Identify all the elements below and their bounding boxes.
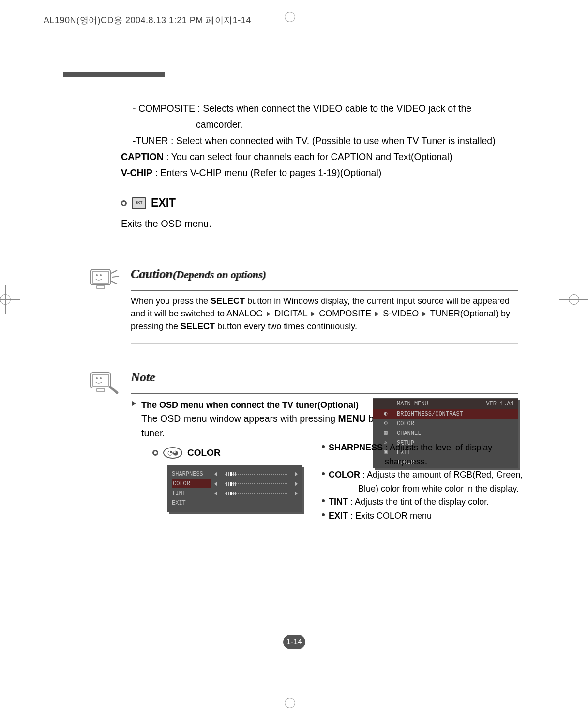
caution-subtitle: (Depends on options) — [173, 269, 266, 281]
osd-icon: ▦ — [378, 429, 393, 437]
caution-select-1: SELECT — [211, 296, 245, 306]
exit-icon: EXIT — [132, 197, 146, 209]
sub-label-exit: EXIT — [172, 499, 211, 508]
monitor-note-icon — [87, 368, 122, 403]
vchip-text: : Enters V-CHIP menu (Refer to pages 1-1… — [152, 167, 381, 178]
bullet-dot-icon — [322, 445, 325, 448]
monitor-caution-icon — [87, 265, 122, 299]
caution-divider-bottom — [131, 343, 518, 344]
svg-rect-4 — [97, 286, 105, 288]
svg-rect-0 — [91, 269, 110, 285]
vchip-label: V-CHIP — [121, 167, 152, 178]
bullet-dot-icon — [322, 499, 325, 502]
tuner-line: -TUNER : Select when connected with TV. … — [133, 134, 518, 148]
caution-title: Caution — [131, 267, 173, 281]
caution-composite: COMPOSITE — [317, 309, 374, 318]
note-divider-top — [131, 393, 518, 394]
composite-text-1: - COMPOSITE : Selects when connect the V… — [133, 103, 471, 114]
caution-text-1: When you press the — [131, 296, 211, 306]
caution-callout: Caution(Depends on options) When you pre… — [87, 265, 518, 344]
disc-bullet-icon — [121, 200, 127, 206]
triangle-right-icon — [132, 401, 136, 406]
slider-icon — [221, 492, 291, 495]
sub-row-exit: EXIT — [169, 498, 301, 508]
svg-rect-1 — [93, 271, 108, 283]
triangle-right-icon — [375, 312, 379, 316]
bullet-dot-icon — [322, 472, 325, 475]
note-callout: Note The OSD menu when connect the TV tu… — [87, 368, 518, 548]
triangle-right-icon — [311, 312, 315, 316]
crop-mark-top — [285, 12, 304, 31]
caution-svideo: S-VIDEO — [380, 309, 421, 318]
osd-item-brightness: BRIGHTNESS/CONTRAST — [373, 409, 518, 419]
sub-row-color: COLOR — [169, 479, 301, 489]
svg-rect-5 — [91, 373, 110, 388]
note-lead-bold: The OSD menu when connect the TV tuner(O… — [141, 400, 359, 410]
triangle-left-icon — [214, 491, 217, 496]
sub-row-sharpness: SHARPNESS — [169, 469, 301, 479]
crop-mark-bottom — [285, 698, 304, 717]
palette-icon: ◔◕ — [163, 447, 182, 459]
bullet-color: COLOR : Adjusts the amount of RGB(Red, G… — [322, 468, 535, 481]
color-bullet-list: SHARPNESS : Adjusts the level of display… — [322, 441, 535, 523]
bullet-dot-icon — [322, 513, 325, 516]
tuner-text: -TUNER : Select when connected with TV. … — [133, 135, 496, 146]
triangle-left-icon — [214, 481, 217, 486]
svg-point-2 — [96, 274, 98, 276]
exit-heading: EXIT — [151, 194, 176, 211]
svg-point-7 — [96, 377, 98, 379]
osd-color-submenu: SHARPNESS COLOR TINT — [167, 465, 302, 512]
caution-select-2: SELECT — [181, 321, 215, 331]
crop-mark-right — [569, 294, 588, 314]
page-number: 1-14 — [283, 635, 305, 649]
osd-item-channel: CHANNEL — [373, 429, 518, 438]
sharpness-label: SHARPNESS — [329, 443, 383, 452]
osd-item-color: COLOR — [373, 419, 518, 429]
svg-rect-6 — [93, 374, 108, 386]
tint-label: TINT — [329, 497, 348, 507]
caution-body: When you press the SELECT button in Wind… — [131, 295, 518, 332]
caption-label: CAPTION — [121, 151, 164, 162]
exit-label: EXIT — [329, 511, 348, 521]
slider-icon — [221, 472, 291, 476]
sharpness-text: : Adjusts the level of display — [383, 443, 492, 452]
page-content: - COMPOSITE : Selects when connect the V… — [121, 102, 518, 548]
sub-label-color: COLOR — [172, 479, 211, 488]
caption-text: : You can select four channels each for … — [164, 151, 452, 162]
caution-digital: DIGITAL — [272, 309, 310, 318]
section-accent-bar — [63, 72, 165, 77]
note-menu-bold: MENU — [338, 413, 365, 424]
document-header-filename: AL190N(영어)CD용 2004.8.13 1:21 PM 페이지1-14 — [44, 15, 251, 26]
svg-point-8 — [100, 377, 102, 379]
color-label: COLOR — [329, 470, 360, 479]
triangle-right-icon — [295, 481, 298, 486]
slider-icon — [221, 482, 291, 486]
color-heading: COLOR — [187, 446, 221, 460]
exit-text: : Exits COLOR menu — [348, 511, 432, 521]
sharpness-cont: sharpness. — [385, 455, 535, 468]
note-lead-1: The OSD menu window appears with pressin… — [141, 413, 338, 424]
sub-row-tint: TINT — [169, 489, 301, 498]
caption-line: CAPTION : You can select four channels e… — [121, 150, 518, 164]
bullet-exit: EXIT : Exits COLOR menu — [322, 509, 535, 523]
triangle-right-icon — [267, 312, 271, 316]
note-title: Note — [131, 368, 518, 387]
caution-divider-top — [131, 290, 518, 291]
composite-text-2: camcorder. — [196, 119, 242, 130]
disc-bullet-icon — [152, 450, 158, 456]
note-divider-bottom — [131, 548, 518, 548]
osd-icon: ◐ — [378, 409, 393, 418]
note-layout: The OSD menu when connect the TV tuner(O… — [131, 398, 518, 533]
tint-text: : Adjusts the tint of the display color. — [348, 497, 489, 507]
color-cont: Blue) color from white color in the disp… — [358, 482, 535, 495]
triangle-right-icon — [422, 312, 426, 316]
sub-label-sharpness: SHARPNESS — [172, 470, 211, 478]
composite-line-cont: camcorder. — [196, 118, 518, 132]
svg-rect-9 — [97, 389, 105, 391]
color-text: : Adjusts the amount of RGB(Red, Green, — [360, 470, 523, 479]
crop-mark-left — [0, 294, 19, 314]
osd-menu-title: MAIN MENU — [397, 400, 428, 408]
osd-menu-version: VER 1.A1 — [486, 400, 514, 408]
exit-heading-row: EXIT EXIT — [121, 194, 518, 211]
vchip-line: V-CHIP : Enters V-CHIP menu (Refer to pa… — [121, 166, 518, 180]
